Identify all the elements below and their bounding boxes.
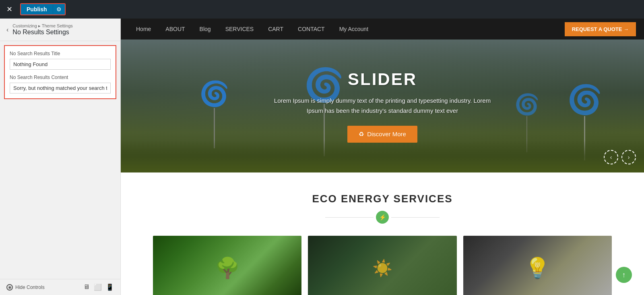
eco-section-title: ECO ENERGY SERVICES <box>129 193 636 205</box>
hero-content: SLIDER Lorem Ipsum is simply dummy text … <box>262 70 503 143</box>
title-field-label: No Search Results Title <box>10 51 111 56</box>
discover-more-label: Discover More <box>367 131 406 137</box>
eco-card-2: ☀️ <box>308 236 456 295</box>
hero-text: Lorem Ipsum is simply dummy text of the … <box>270 96 495 116</box>
scroll-top-icon: ↑ <box>622 271 626 279</box>
hide-controls-button[interactable]: ◉ Hide Controls <box>6 284 45 291</box>
scroll-to-top-button[interactable]: ↑ <box>616 267 632 283</box>
sidebar-content: No Search Results Title No Search Result… <box>0 41 120 279</box>
main-content: Home ABOUT Blog SERVICES CART CONTACT My… <box>121 19 644 295</box>
top-bar: ✕ Publish ⚙ <box>0 0 644 19</box>
nav-item-about[interactable]: ABOUT <box>158 19 192 39</box>
tablet-view-button[interactable]: ⬜ <box>94 283 102 291</box>
nav-item-cart[interactable]: CART <box>261 19 291 39</box>
content-input[interactable] <box>10 83 111 93</box>
nav-item-home[interactable]: Home <box>129 19 158 39</box>
breadcrumb: Customizing ▸ Theme Settings <box>12 23 72 29</box>
divider-line-left <box>325 217 374 218</box>
nav-items: Home ABOUT Blog SERVICES CART CONTACT My… <box>129 19 565 39</box>
publish-group: Publish ⚙ <box>20 3 66 15</box>
sidebar-title: No Results Settings <box>12 29 69 35</box>
back-arrow-button[interactable]: ‹ <box>6 26 8 33</box>
mobile-view-button[interactable]: 📱 <box>106 283 114 291</box>
request-quote-button[interactable]: REQUEST A QUOTE → <box>565 22 636 36</box>
hide-controls-label: Hide Controls <box>15 285 45 290</box>
eco-card-1: 🌳 <box>153 236 301 295</box>
sidebar: ‹ Customizing ▸ Theme Settings No Result… <box>0 19 121 295</box>
eco-lightning-icon: ⚡ <box>376 211 389 224</box>
publish-button[interactable]: Publish <box>21 4 53 15</box>
site-nav: Home ABOUT Blog SERVICES CART CONTACT My… <box>121 19 644 39</box>
eco-divider: ⚡ <box>129 211 636 224</box>
main-layout: ‹ Customizing ▸ Theme Settings No Result… <box>0 19 644 295</box>
title-input[interactable] <box>10 59 111 70</box>
discover-more-icon: ♻ <box>359 131 364 138</box>
eco-cards-grid: 🌳 ☀️ 💡 <box>129 236 636 295</box>
desktop-view-button[interactable]: 🖥 <box>83 283 90 291</box>
slider-next-button[interactable]: › <box>621 150 636 164</box>
sidebar-footer: ◉ Hide Controls 🖥 ⬜ 📱 <box>0 279 120 295</box>
close-button[interactable]: ✕ <box>0 0 19 19</box>
nav-item-services[interactable]: SERVICES <box>218 19 261 39</box>
slider-prev-button[interactable]: ‹ <box>604 150 618 164</box>
nav-item-my-account[interactable]: My Account <box>332 19 376 39</box>
nav-item-blog[interactable]: Blog <box>192 19 218 39</box>
view-icons-group: 🖥 ⬜ 📱 <box>83 283 114 291</box>
hero-title: SLIDER <box>270 70 495 89</box>
slider-navigation: ‹ › <box>604 150 636 164</box>
eco-energy-section: ECO ENERGY SERVICES ⚡ 🌳 ☀️ <box>121 172 644 295</box>
eco-card-3: 💡 <box>463 236 612 295</box>
content-field-label: No Search Results Content <box>10 75 111 80</box>
sidebar-header-text: Customizing ▸ Theme Settings No Results … <box>12 23 72 36</box>
sidebar-header: ‹ Customizing ▸ Theme Settings No Result… <box>0 19 120 41</box>
divider-line-right <box>391 217 440 218</box>
gear-button[interactable]: ⚙ <box>53 4 65 15</box>
nav-item-contact[interactable]: CONTACT <box>291 19 332 39</box>
discover-more-button[interactable]: ♻ Discover More <box>347 126 417 143</box>
hero-section: 🌀 🌀 🌀 🌀 SLIDER <box>121 39 644 172</box>
no-results-settings-panel: No Search Results Title No Search Result… <box>4 45 116 99</box>
hide-controls-icon: ◉ <box>6 284 13 291</box>
